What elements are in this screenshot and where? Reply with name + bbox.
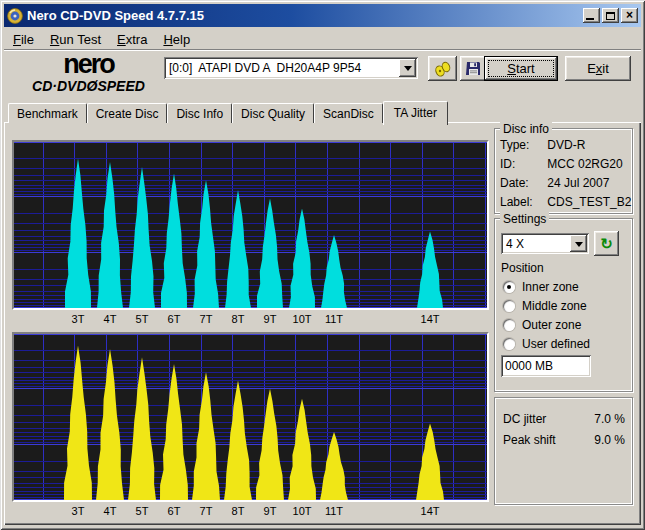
peak-shift-row: Peak shift 9.0 %: [503, 433, 625, 447]
x-axis-label: 7T: [192, 505, 220, 517]
x-axis-label: 8T: [224, 313, 252, 325]
disc-date-label: Date:: [500, 176, 544, 190]
x-axis-label: 3T: [64, 505, 92, 517]
disc-info-row: Date: 24 Jul 2007: [500, 176, 609, 190]
peak-shift-value: 9.0 %: [594, 433, 625, 447]
radio-button-icon[interactable]: [503, 300, 515, 312]
radio-user-defined[interactable]: User defined: [503, 337, 590, 351]
start-button[interactable]: Start: [484, 56, 558, 81]
radio-button-icon[interactable]: [503, 319, 515, 331]
menu-bar: File Run Test Extra Help: [6, 30, 197, 49]
settings-group: Settings 4 X ↻ Position Inner zone Middl…: [494, 218, 633, 392]
disc-id-label: ID:: [500, 157, 544, 171]
maximize-button[interactable]: [602, 8, 619, 23]
tab-disc-info[interactable]: Disc Info: [167, 103, 232, 123]
peak-shift-label: Peak shift: [503, 433, 556, 447]
x-axis-labels-bottom: 3T4T5T6T7T8T9T10T11T14T: [12, 504, 489, 521]
settings-title: Settings: [500, 212, 549, 226]
speed-selector-value: 4 X: [506, 237, 524, 251]
application-window: Nero CD-DVD Speed 4.7.7.15 × File Run Te…: [0, 0, 645, 530]
dc-jitter-row: DC jitter 7.0 %: [503, 412, 625, 426]
disc-info-row: Type: DVD-R: [500, 138, 585, 152]
radio-user-defined-label: User defined: [522, 337, 590, 351]
options-icon: [434, 60, 452, 78]
x-axis-label: 6T: [160, 313, 188, 325]
tab-create-disc[interactable]: Create Disc: [87, 103, 168, 123]
x-axis-label: 9T: [256, 313, 284, 325]
x-axis-label: 11T: [320, 505, 348, 517]
tab-ta-jitter[interactable]: TA Jitter: [383, 101, 448, 125]
radio-outer-zone-label: Outer zone: [522, 318, 581, 332]
minimize-icon: [586, 18, 594, 20]
disc-type-value: DVD-R: [547, 138, 585, 152]
radio-outer-zone[interactable]: Outer zone: [503, 318, 581, 332]
disc-type-label: Type:: [500, 138, 544, 152]
chevron-down-icon[interactable]: [570, 235, 587, 252]
tab-scandisc[interactable]: ScanDisc: [314, 103, 383, 123]
menu-run-test[interactable]: Run Test: [43, 30, 108, 49]
radio-inner-zone-label: Inner zone: [522, 280, 579, 294]
radio-inner-zone[interactable]: Inner zone: [503, 280, 579, 294]
x-axis-label: 6T: [160, 505, 188, 517]
disc-label-label: Label:: [500, 195, 544, 209]
close-button[interactable]: ×: [621, 8, 638, 23]
nero-logo: nero CD·DVDØSPEED: [16, 51, 161, 93]
dc-jitter-value: 7.0 %: [594, 412, 625, 426]
disc-label-value: CDS_TEST_B2: [547, 195, 631, 209]
disc-info-title: Disc info: [500, 122, 552, 136]
disc-date-value: 24 Jul 2007: [547, 176, 609, 190]
size-mb-input[interactable]: [501, 355, 591, 377]
menu-help[interactable]: Help: [156, 30, 197, 49]
refresh-button[interactable]: ↻: [594, 231, 619, 256]
disc-id-value: MCC 02RG20: [547, 157, 622, 171]
x-axis-label: 5T: [128, 313, 156, 325]
radio-middle-zone-label: Middle zone: [522, 299, 587, 313]
radio-button-icon[interactable]: [503, 338, 515, 350]
save-icon: [466, 61, 481, 76]
tab-benchmark[interactable]: Benchmark: [8, 103, 87, 123]
x-axis-label: 10T: [288, 505, 316, 517]
radio-button-icon[interactable]: [503, 281, 515, 293]
x-axis-label: 10T: [288, 313, 316, 325]
menu-extra[interactable]: Extra: [110, 30, 154, 49]
x-axis-label: 11T: [320, 313, 348, 325]
exit-button[interactable]: Exit: [565, 56, 631, 81]
close-icon: ×: [626, 9, 633, 22]
options-button[interactable]: [428, 56, 457, 81]
refresh-icon: ↻: [600, 236, 613, 251]
x-axis-label: 4T: [96, 313, 124, 325]
x-axis-label: 14T: [416, 313, 444, 325]
chevron-down-icon[interactable]: [399, 59, 416, 77]
title-bar: Nero CD-DVD Speed 4.7.7.15 ×: [4, 4, 641, 27]
radio-middle-zone[interactable]: Middle zone: [503, 299, 587, 313]
drive-selector[interactable]: [0:0] ATAPI DVD A DH20A4P 9P54: [164, 57, 418, 79]
disc-info-row: Label: CDS_TEST_B2: [500, 195, 631, 209]
cddvdspeed-logo-text: CD·DVDØSPEED: [16, 79, 161, 93]
ta-jitter-chart-top: [12, 140, 489, 310]
menu-file[interactable]: File: [6, 30, 41, 49]
disc-info-row: ID: MCC 02RG20: [500, 157, 623, 171]
tab-strip: Benchmark Create Disc Disc Info Disc Qua…: [8, 101, 448, 123]
drive-selector-value: [0:0] ATAPI DVD A DH20A4P 9P54: [169, 61, 361, 75]
ta-jitter-chart-bottom: [12, 332, 489, 502]
app-disc-icon: [7, 8, 23, 24]
window-title: Nero CD-DVD Speed 4.7.7.15: [27, 8, 204, 23]
x-axis-labels-top: 3T4T5T6T7T8T9T10T11T14T: [12, 312, 489, 329]
minimize-button[interactable]: [583, 8, 600, 23]
save-button[interactable]: [460, 56, 486, 81]
x-axis-label: 9T: [256, 505, 284, 517]
position-label: Position: [501, 261, 544, 275]
tab-disc-quality[interactable]: Disc Quality: [232, 103, 314, 123]
dc-jitter-label: DC jitter: [503, 412, 546, 426]
x-axis-label: 8T: [224, 505, 252, 517]
x-axis-label: 4T: [96, 505, 124, 517]
toolbar: nero CD·DVDØSPEED [0:0] ATAPI DVD A DH20…: [4, 50, 641, 95]
x-axis-label: 5T: [128, 505, 156, 517]
nero-logo-text: nero: [16, 51, 161, 78]
x-axis-label: 14T: [416, 505, 444, 517]
x-axis-label: 3T: [64, 313, 92, 325]
results-group: DC jitter 7.0 % Peak shift 9.0 %: [494, 397, 633, 505]
x-axis-label: 7T: [192, 313, 220, 325]
maximize-icon: [606, 12, 615, 20]
speed-selector[interactable]: 4 X: [501, 233, 589, 254]
